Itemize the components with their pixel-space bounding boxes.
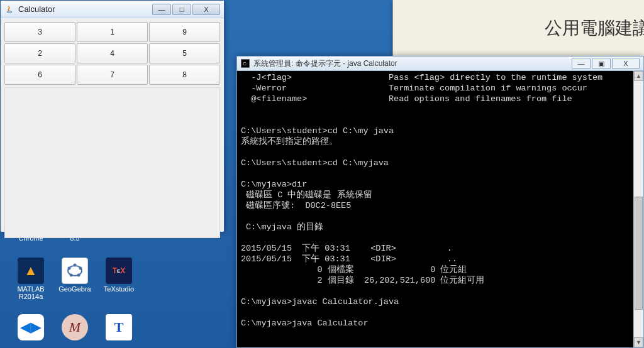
cmd-icon: C: (241, 59, 250, 68)
svg-point-2 (79, 267, 82, 270)
matlab-label: MATLAB R2014a (11, 285, 50, 300)
maximize-button[interactable]: □ (172, 4, 191, 15)
calc-button-1[interactable]: 1 (77, 22, 148, 42)
cmd-title: 系統管理員: 命令提示字元 - java Calculator (253, 58, 570, 69)
svg-point-5 (74, 264, 77, 267)
calculator-body: 3 1 9 2 4 5 6 7 8 (1, 18, 224, 242)
scroll-down-button[interactable]: ▼ (634, 337, 643, 347)
cmd-window: C: 系統管理員: 命令提示字元 - java Calculator — ▣ X… (236, 56, 644, 348)
cmd-minimize-button[interactable]: — (572, 58, 591, 69)
t-icon: T (106, 314, 132, 340)
matlab-icon: ▲ (18, 258, 44, 284)
calc-button-3[interactable]: 3 (4, 22, 75, 42)
cmd-close-button[interactable]: X (612, 58, 640, 69)
calculator-panel (4, 87, 220, 238)
cmd-output[interactable]: -J<flag> Pass <flag> directly to the run… (237, 71, 643, 330)
cmd-window-controls: — ▣ X (570, 58, 640, 69)
calc-button-9[interactable]: 9 (149, 22, 220, 42)
m-icon: M (62, 314, 88, 340)
calc-button-4[interactable]: 4 (77, 43, 148, 63)
cmd-maximize-button[interactable]: ▣ (592, 58, 611, 69)
svg-point-4 (77, 274, 80, 277)
desktop-icon-texstudio[interactable]: TEX TeXstudio (99, 258, 138, 293)
desktop-icon-geogebra[interactable]: GeoGebra (55, 258, 94, 293)
scroll-thumb[interactable] (635, 197, 643, 310)
calculator-title: Calculator (18, 4, 151, 14)
teamviewer-icon: ◀▶ (18, 314, 44, 340)
svg-point-1 (68, 267, 71, 270)
desktop-icon-matlab[interactable]: ▲ MATLAB R2014a (11, 258, 50, 300)
cmd-titlebar[interactable]: C: 系統管理員: 命令提示字元 - java Calculator — ▣ X (237, 57, 643, 71)
texstudio-icon: TEX (106, 258, 132, 284)
desktop-icon-t[interactable]: T (99, 314, 138, 342)
geogebra-label: GeoGebra (55, 285, 94, 293)
svg-point-3 (70, 274, 73, 277)
calc-button-7[interactable]: 7 (77, 65, 148, 85)
calculator-grid: 3 1 9 2 4 5 6 7 8 (4, 22, 220, 85)
calc-button-8[interactable]: 8 (149, 65, 220, 85)
geogebra-icon (62, 258, 88, 284)
calc-button-6[interactable]: 6 (4, 65, 75, 85)
cmd-scrollbar[interactable]: ▲ ▼ (633, 71, 643, 347)
java-icon (4, 4, 14, 14)
desktop-icon-teamviewer[interactable]: ◀▶ (11, 314, 50, 342)
calc-button-2[interactable]: 2 (4, 43, 75, 63)
minimize-button[interactable]: — (152, 4, 171, 15)
svg-point-6 (7, 11, 12, 12)
texstudio-label: TeXstudio (99, 285, 138, 293)
calc-button-5[interactable]: 5 (149, 43, 220, 63)
calculator-window: Calculator — □ X 3 1 9 2 4 5 6 7 8 (0, 0, 225, 232)
close-button[interactable]: X (192, 4, 220, 15)
calculator-window-controls: — □ X (151, 4, 220, 15)
desktop-icon-m[interactable]: M (55, 314, 94, 342)
calculator-titlebar[interactable]: Calculator — □ X (1, 1, 224, 18)
scroll-up-button[interactable]: ▲ (634, 71, 643, 81)
